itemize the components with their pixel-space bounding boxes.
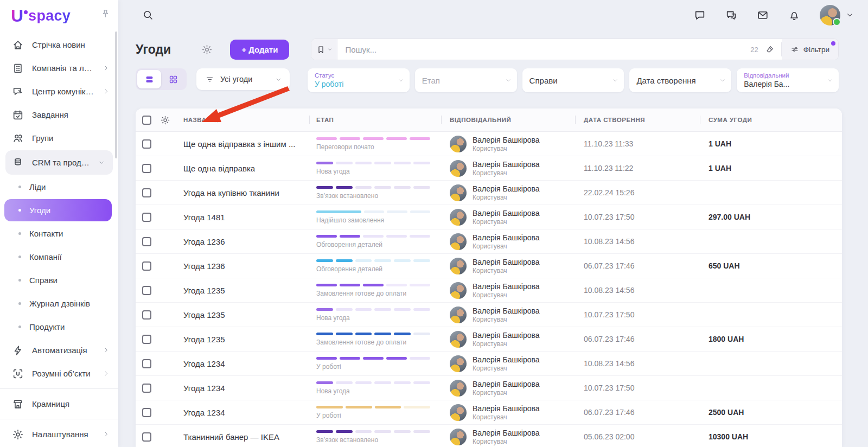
stage-label: Замовлення готове до оплати xyxy=(316,339,430,346)
deal-name[interactable]: Угода 1236 xyxy=(183,261,225,271)
mail-icon[interactable] xyxy=(757,9,769,21)
table-row[interactable]: Угода 1235 Замовлення готове до оплати В… xyxy=(136,278,842,303)
sidebar-item[interactable]: Автоматизація xyxy=(0,339,118,362)
deal-name[interactable]: Ще одна відправка з іншим ... xyxy=(183,139,295,149)
table-row[interactable]: Угода 1234 У роботі Валерія Башкірова Ко… xyxy=(136,352,842,376)
sidebar-item[interactable]: Центр комуніка... xyxy=(0,80,118,103)
stage-segment xyxy=(375,406,401,408)
deal-name[interactable]: Угода 1236 xyxy=(183,237,225,246)
row-checkbox[interactable] xyxy=(142,286,151,295)
deal-name[interactable]: Угода 1234 xyxy=(183,359,225,368)
sidebar-subitem[interactable]: Ліди xyxy=(0,175,118,199)
row-checkbox[interactable] xyxy=(142,188,151,197)
row-checkbox[interactable] xyxy=(142,237,151,246)
deal-name[interactable]: Угода 1234 xyxy=(183,384,225,393)
column-header-name[interactable]: НАЗВА xyxy=(170,108,309,131)
sidebar-subitem[interactable]: Компанії xyxy=(0,245,118,269)
sidebar-scrollbar[interactable] xyxy=(115,31,117,158)
deal-name[interactable]: Угода 1481 xyxy=(183,213,225,222)
sidebar-subitem[interactable]: Контакти xyxy=(0,222,118,245)
deal-name[interactable]: Тканинний банер — IKEA xyxy=(183,432,279,442)
deal-name[interactable]: Угода 1235 xyxy=(183,335,225,344)
add-deal-button[interactable]: + Додати xyxy=(230,40,289,60)
sidebar-item[interactable]: Завдання xyxy=(0,103,118,126)
stage-segment xyxy=(374,333,391,335)
sidebar-item[interactable]: Групи xyxy=(0,126,118,150)
saved-filters-button[interactable] xyxy=(311,39,337,60)
sidebar-item[interactable]: Стрічка новин xyxy=(0,33,118,56)
filter-chip[interactable]: Етап xyxy=(415,68,517,92)
deal-name[interactable]: Ще одна відправка xyxy=(183,164,255,173)
sidebar-item[interactable]: Компанія та люди xyxy=(0,56,118,80)
deals-scope-dropdown[interactable]: Усі угоди xyxy=(196,68,290,90)
filter-chip[interactable]: Відповідальний Валерія Ба... xyxy=(737,68,839,92)
table-row[interactable]: Угода 1236 Обговорення деталей Валерія Б… xyxy=(136,254,842,278)
deal-name[interactable]: Угода 1234 xyxy=(183,408,225,417)
sidebar-subitem[interactable]: Продукти xyxy=(0,315,118,339)
column-header-stage[interactable]: ЕТАП xyxy=(309,108,441,131)
sidebar-item[interactable]: Крамниця xyxy=(0,392,118,416)
filter-chip[interactable]: Статус У роботі xyxy=(308,68,410,92)
page-header: Угоди + Додати 22 Фільтри xyxy=(136,39,868,60)
stage-segment xyxy=(394,381,411,384)
chevron-down-icon[interactable] xyxy=(846,11,854,19)
row-checkbox[interactable] xyxy=(142,213,151,222)
row-checkbox[interactable] xyxy=(142,261,151,271)
sidebar-item[interactable]: Налаштування xyxy=(0,423,118,446)
clear-search-icon[interactable] xyxy=(765,44,775,54)
user-avatar[interactable] xyxy=(820,5,840,25)
table-row[interactable]: Угода 1235 Нова угода Валерія Башкірова … xyxy=(136,303,842,327)
sidebar-subitem[interactable]: Журнал дзвінків xyxy=(0,292,118,315)
kanban-view-button[interactable] xyxy=(161,70,185,88)
bell-icon[interactable] xyxy=(788,9,800,21)
filter-chip[interactable]: Дата створення xyxy=(629,68,731,92)
row-checkbox[interactable] xyxy=(142,384,151,393)
pin-sidebar-icon[interactable] xyxy=(100,9,111,19)
sidebar-subitem[interactable]: Угоди xyxy=(4,199,112,221)
sidebar-subitem[interactable]: Справи xyxy=(0,269,118,292)
stage-segment xyxy=(410,235,430,238)
row-checkbox[interactable] xyxy=(142,359,151,368)
crm-icon xyxy=(12,157,24,169)
column-header-created[interactable]: ДАТА СТВОРЕННЯ xyxy=(575,108,700,131)
table-row[interactable]: Угода 1234 У роботі Валерія Башкірова Ко… xyxy=(136,400,842,425)
users-icon xyxy=(12,132,24,144)
table-row[interactable]: Угода на купівню тканини Зв’язок встанов… xyxy=(136,181,842,205)
table-row[interactable]: Угода 1234 Нова угода Валерія Башкірова … xyxy=(136,376,842,400)
search-icon[interactable] xyxy=(142,9,154,21)
deal-name[interactable]: Угода на купівню тканини xyxy=(183,188,279,197)
row-checkbox[interactable] xyxy=(142,408,151,417)
stage-segment xyxy=(413,259,430,262)
deal-name[interactable]: Угода 1235 xyxy=(183,286,225,295)
table-row[interactable]: Угода 1235 Замовлення готове до оплати В… xyxy=(136,327,842,352)
row-checkbox[interactable] xyxy=(142,335,151,344)
deal-name[interactable]: Угода 1235 xyxy=(183,310,225,320)
row-checkbox[interactable] xyxy=(142,139,151,149)
column-header-amount[interactable]: СУМА УГОДИ xyxy=(700,108,842,131)
responsible-role: Користувач xyxy=(473,267,540,274)
table-row[interactable]: Ще одна відправка з іншим ... Переговори… xyxy=(136,132,842,156)
table-settings-gear-icon[interactable] xyxy=(160,115,170,125)
row-checkbox[interactable] xyxy=(142,432,151,442)
chats-icon[interactable] xyxy=(725,9,737,21)
stage-segment xyxy=(346,406,372,408)
select-all-checkbox[interactable] xyxy=(142,116,151,125)
main-area: Угоди + Додати 22 Фільтри xyxy=(118,0,868,447)
responsible-avatar xyxy=(450,429,467,445)
search-input[interactable] xyxy=(337,45,750,54)
sort-icon[interactable] xyxy=(212,116,221,125)
chat-icon[interactable] xyxy=(694,9,706,21)
sidebar-item[interactable]: Розумні об’єкти xyxy=(0,362,118,385)
table-row[interactable]: Угода 1481 Надійшло замовлення Валерія Б… xyxy=(136,205,842,229)
table-row[interactable]: Тканинний банер — IKEA Зв’язок встановле… xyxy=(136,425,842,447)
filter-chip[interactable]: Справи xyxy=(522,68,624,92)
list-view-button[interactable] xyxy=(137,70,161,88)
row-checkbox[interactable] xyxy=(142,164,151,173)
row-checkbox[interactable] xyxy=(142,310,151,320)
table-row[interactable]: Ще одна відправка Нова угода Валерія Баш… xyxy=(136,156,842,181)
table-row[interactable]: Угода 1236 Обговорення деталей Валерія Б… xyxy=(136,229,842,254)
column-header-responsible[interactable]: ВІДПОВІДАЛЬНИЙ xyxy=(441,108,575,131)
page-settings-gear-icon[interactable] xyxy=(201,44,213,55)
sidebar-item[interactable]: CRM та продажі xyxy=(5,150,113,175)
filters-button[interactable]: Фільтри xyxy=(782,39,838,60)
